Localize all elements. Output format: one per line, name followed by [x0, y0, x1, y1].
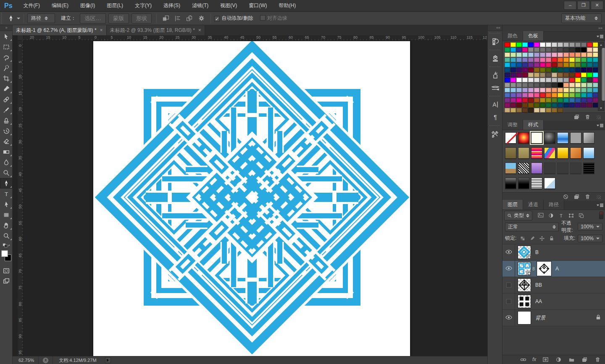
layer-visibility-toggle[interactable]	[502, 293, 515, 309]
swatches-tab-色板[interactable]: 色板	[523, 31, 544, 41]
color-swatch[interactable]	[546, 78, 551, 82]
layers-tab-路径[interactable]: 路径	[544, 200, 564, 209]
color-swatch[interactable]	[575, 73, 581, 77]
crop-tool[interactable]	[0, 73, 13, 84]
new-swatch-button[interactable]	[573, 114, 580, 120]
color-swatch[interactable]	[510, 88, 516, 92]
new-style-button[interactable]	[573, 194, 580, 200]
color-swatch[interactable]	[587, 42, 592, 47]
color-swatch[interactable]	[587, 83, 592, 87]
color-swatch[interactable]	[546, 108, 551, 113]
color-swatch[interactable]	[587, 98, 592, 102]
lock-position-icon[interactable]	[538, 235, 545, 242]
color-swatch[interactable]	[505, 103, 510, 107]
style-blue-glass[interactable]	[557, 132, 568, 144]
color-swatch[interactable]	[558, 68, 563, 72]
color-swatch[interactable]	[558, 52, 563, 57]
color-swatch[interactable]	[581, 58, 587, 62]
color-swatch[interactable]	[546, 103, 551, 107]
color-swatch[interactable]	[510, 68, 516, 72]
lock-transparency-icon[interactable]	[519, 235, 526, 242]
blend-mode-dropdown[interactable]: 正常	[505, 223, 559, 231]
color-swatch[interactable]	[516, 108, 522, 113]
color-swatch[interactable]	[522, 58, 528, 62]
rectangular-marquee-tool[interactable]	[0, 42, 13, 52]
style-purple-gel[interactable]	[531, 162, 542, 174]
style-bw-noise[interactable]	[518, 162, 529, 174]
color-swatch[interactable]	[522, 108, 528, 113]
layer-filter-type-dropdown[interactable]: 类型	[504, 211, 532, 220]
color-swatch[interactable]	[552, 73, 557, 77]
color-swatch[interactable]	[510, 47, 516, 52]
toolbar-collapse-icon[interactable]: »	[0, 25, 12, 31]
color-swatch[interactable]	[581, 73, 587, 77]
color-swatch[interactable]	[505, 58, 510, 62]
screen-mode-button[interactable]	[0, 276, 13, 286]
style-tan-texture[interactable]	[518, 147, 529, 159]
color-swatch[interactable]	[569, 58, 575, 62]
color-swatch[interactable]	[528, 58, 534, 62]
color-swatch[interactable]	[505, 108, 510, 113]
layers-tab-通道[interactable]: 通道	[523, 200, 544, 209]
color-swatch[interactable]	[534, 52, 539, 57]
menu-item-7[interactable]: 视图(V)	[214, 0, 243, 11]
style-default-none[interactable]	[505, 132, 516, 144]
color-swatch[interactable]	[540, 108, 545, 113]
color-swatch[interactable]	[575, 63, 581, 67]
color-swatch[interactable]	[558, 47, 563, 52]
color-swatch[interactable]	[546, 88, 551, 92]
color-swatch[interactable]	[569, 93, 575, 97]
gear-icon[interactable]	[196, 14, 206, 23]
brush-panel-icon[interactable]	[488, 69, 503, 81]
color-swatch[interactable]	[510, 108, 516, 113]
panel-menu-icon[interactable]	[597, 34, 603, 39]
color-swatch[interactable]	[563, 58, 569, 62]
color-swatch[interactable]	[505, 47, 510, 52]
color-swatch[interactable]	[528, 52, 534, 57]
pen-tool-preset-icon[interactable]	[6, 14, 16, 23]
color-swatch[interactable]	[516, 93, 522, 97]
color-swatch[interactable]	[587, 103, 592, 107]
color-swatch[interactable]	[522, 47, 528, 52]
layer-style-button[interactable]: fx	[532, 356, 536, 362]
make-shape-button[interactable]: 形状	[132, 13, 152, 24]
style-dark-orb[interactable]	[544, 132, 555, 144]
color-swatch[interactable]	[534, 103, 539, 107]
color-swatch[interactable]	[510, 103, 516, 107]
scrollbar-thumb[interactable]	[601, 47, 605, 101]
style-flat-gray[interactable]	[570, 132, 581, 144]
color-swatch[interactable]	[534, 58, 539, 62]
delete-layer-button[interactable]	[594, 356, 601, 363]
color-swatch[interactable]	[516, 47, 522, 52]
document-canvas[interactable]	[93, 41, 410, 356]
color-swatch[interactable]	[581, 68, 587, 72]
color-swatch[interactable]	[581, 52, 587, 57]
layer-mask-thumbnail[interactable]	[537, 262, 551, 276]
color-swatch[interactable]	[575, 93, 581, 97]
color-swatch[interactable]	[516, 52, 522, 57]
panel-resize-grip[interactable]	[597, 115, 601, 119]
color-swatch[interactable]	[522, 73, 528, 77]
color-swatch[interactable]	[534, 78, 539, 82]
color-swatch[interactable]	[528, 42, 534, 47]
opacity-dropdown[interactable]: 100%	[578, 223, 602, 230]
color-swatch[interactable]	[522, 103, 528, 107]
layer-row-AA[interactable]: AA	[502, 293, 605, 310]
swap-colors-icon[interactable]	[0, 243, 13, 249]
color-swatch[interactable]	[522, 63, 528, 67]
path-alignment-icon[interactable]	[173, 14, 183, 23]
color-swatch[interactable]	[528, 108, 534, 113]
color-swatch[interactable]	[569, 68, 575, 72]
color-swatch[interactable]	[522, 88, 528, 92]
color-swatch[interactable]	[558, 88, 563, 92]
color-swatch[interactable]	[575, 47, 581, 52]
color-swatch[interactable]	[552, 78, 557, 82]
brush-presets-panel-icon[interactable]	[488, 81, 503, 94]
gradient-tool[interactable]	[0, 147, 13, 157]
new-group-button[interactable]	[568, 356, 575, 363]
document-tab-2[interactable]: 未标题-2 @ 93.3% (图层 18, RGB/8) *×	[107, 25, 205, 35]
color-swatch[interactable]	[546, 93, 551, 97]
layers-tab-图层[interactable]: 图层	[502, 200, 523, 209]
color-swatch[interactable]	[540, 93, 545, 97]
panel-group-grip[interactable]	[489, 49, 500, 52]
